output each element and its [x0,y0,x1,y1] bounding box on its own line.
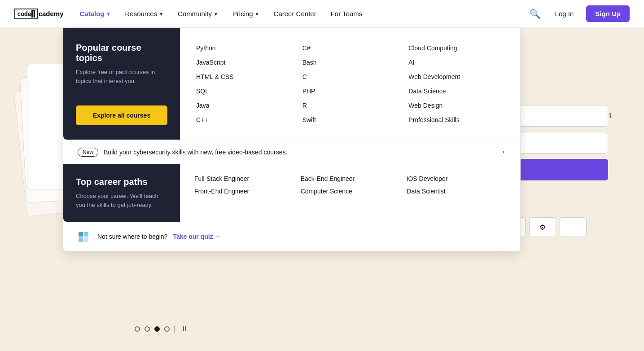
careers-section-desc: Choose your career. We'll teach you the … [76,192,167,209]
quiz-text: Not sure where to begin? [97,233,167,240]
courses-section-desc: Explore free or paid courses in topics t… [76,68,167,85]
course-java[interactable]: Java [194,98,294,113]
course-php[interactable]: PHP [301,84,400,98]
carousel-dot-4[interactable] [164,326,170,332]
svg-rect-2 [84,232,88,237]
nav-pricing-label: Pricing [232,10,253,18]
carousel-dot-1[interactable] [135,326,140,332]
dropdown-left-panel: Popular course topics Explore free or pa… [63,28,180,140]
careers-col-3: iOS Developer Data Scientist [407,175,506,195]
logo[interactable]: code| cademy [14,9,64,19]
course-professional-skills[interactable]: Professional Skills [407,113,506,127]
carousel-dot-2[interactable] [145,326,150,332]
course-csharp[interactable]: C# [301,41,400,55]
nav-community-label: Community [178,10,212,18]
career-data-scientist[interactable]: Data Scientist [407,188,506,195]
nav-career-center-label: Career Center [274,10,316,18]
careers-paths-grid: Full-Stack Engineer Front-End Engineer B… [194,175,506,195]
courses-col-1: Python JavaScript HTML & CSS SQL Java C+… [194,41,294,127]
signup-button[interactable]: Sign Up [586,5,630,22]
dropdown-courses-section: Popular course topics Explore free or pa… [63,28,520,140]
course-c[interactable]: C [301,70,400,84]
course-javascript[interactable]: JavaScript [194,55,294,70]
quiz-footer: Not sure where to begin? Take our quiz → [63,222,520,251]
nav-catalog[interactable]: Catalog ▼ [74,6,116,21]
careers-col-1: Full-Stack Engineer Front-End Engineer [194,175,294,195]
career-full-stack[interactable]: Full-Stack Engineer [194,175,294,182]
svg-rect-1 [79,237,83,242]
career-ios[interactable]: iOS Developer [407,175,506,182]
nav-pricing-chevron: ▼ [255,12,259,17]
course-r[interactable]: R [301,98,400,113]
nav-catalog-label: Catalog [80,10,105,18]
course-bash[interactable]: Bash [301,55,400,70]
explore-all-courses-button[interactable]: Explore all courses [76,105,167,125]
carousel-divider [174,325,175,333]
nav-community-chevron: ▼ [214,12,218,17]
github-icon: ⚙ [539,223,546,232]
logo-text: cademy [39,10,64,18]
svg-rect-0 [79,232,83,237]
dropdown-bottom-left-panel: Top career paths Choose your career. We'… [63,164,180,222]
cybersecurity-banner-text: Build your cybersecurity skills with new… [104,149,492,156]
course-web-development[interactable]: Web Development [407,70,506,84]
logo-code: code [17,10,31,18]
new-badge: New [78,148,98,157]
course-swift[interactable]: Swift [301,113,400,127]
nav-resources[interactable]: Resources ▼ [119,6,169,21]
info-icon: ℹ [609,111,612,120]
quiz-icon [78,229,92,244]
dropdown-careers-grid: Full-Stack Engineer Front-End Engineer B… [180,164,520,222]
nav-community[interactable]: Community ▼ [172,6,223,21]
careers-col-2: Back-End Engineer Computer Science [301,175,400,195]
nav-right: 🔍 Log In Sign Up [528,5,630,22]
nav-pricing[interactable]: Pricing ▼ [227,6,265,21]
catalog-dropdown: Popular course topics Explore free or pa… [63,28,521,251]
dropdown-careers-section: Top career paths Choose your career. We'… [63,164,520,222]
search-icon[interactable]: 🔍 [528,7,543,21]
carousel-pause-button[interactable]: ⏸ [181,325,188,333]
cybersecurity-banner[interactable]: New Build your cybersecurity skills with… [63,140,520,164]
carousel-dots: ⏸ [135,325,188,333]
course-cpp[interactable]: C++ [194,113,294,127]
svg-rect-3 [84,237,88,242]
cybersecurity-banner-arrow: → [498,147,506,157]
courses-section-title: Popular course topics [76,43,167,63]
course-data-science[interactable]: Data Science [407,84,506,98]
course-html-css[interactable]: HTML & CSS [194,70,294,84]
apple-button[interactable] [560,217,587,237]
career-back-end[interactable]: Back-End Engineer [301,175,400,182]
nav-resources-label: Resources [125,10,157,18]
course-cloud-computing[interactable]: Cloud Computing [407,41,506,55]
careers-section-title: Top career paths [76,177,167,187]
navbar: code| cademy Catalog ▼ Resources ▼ Commu… [0,0,644,28]
career-computer-science[interactable]: Computer Science [301,188,400,195]
nav-catalog-chevron: ▼ [106,12,111,17]
course-python[interactable]: Python [194,41,294,55]
course-web-design[interactable]: Web Design [407,98,506,113]
nav-career-center[interactable]: Career Center [268,6,322,21]
login-button[interactable]: Log In [550,6,579,21]
logo-box: code| [14,9,38,19]
career-front-end[interactable]: Front-End Engineer [194,188,294,195]
nav-for-teams-label: For Teams [331,10,363,18]
logo-cursor: | [31,10,35,18]
courses-topics-grid: Python JavaScript HTML & CSS SQL Java C+… [194,41,506,127]
nav-resources-chevron: ▼ [159,12,163,17]
courses-col-2: C# Bash C PHP R Swift [301,41,400,127]
carousel-dot-3[interactable] [154,326,160,332]
nav-for-teams[interactable]: For Teams [325,6,368,21]
nav-items: Catalog ▼ Resources ▼ Community ▼ Pricin… [74,6,528,21]
course-ai[interactable]: AI [407,55,506,70]
courses-col-3: Cloud Computing AI Web Development Data … [407,41,506,127]
dropdown-courses-grid: Python JavaScript HTML & CSS SQL Java C+… [180,28,520,140]
course-sql[interactable]: SQL [194,84,294,98]
github-button[interactable]: ⚙ [529,217,556,237]
quiz-link[interactable]: Take our quiz → [173,233,221,240]
